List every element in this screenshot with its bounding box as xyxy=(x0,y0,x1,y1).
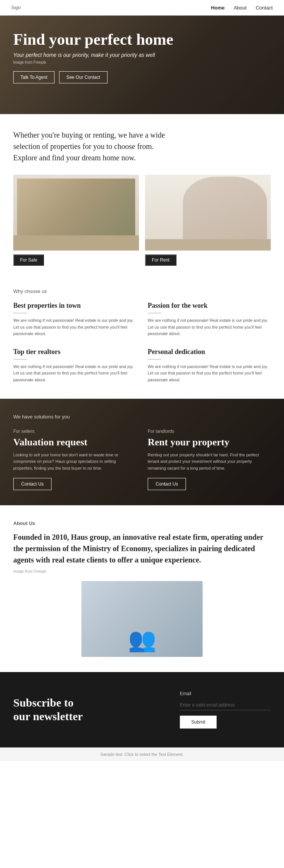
logo: logo xyxy=(11,5,21,11)
hero-title: Find your perfect home xyxy=(13,31,271,48)
property-card-sale: For Sale xyxy=(13,175,139,266)
solution-landlords: For landlords Rent your property Renting… xyxy=(148,429,271,490)
solution-title-0: Valuation request xyxy=(13,436,136,448)
email-label: Email xyxy=(180,691,271,696)
newsletter-form: Email Submit xyxy=(180,691,271,729)
nav-about[interactable]: About xyxy=(234,5,247,11)
why-divider-1 xyxy=(148,313,161,313)
why-grid: Best properties in town We are nothing i… xyxy=(13,302,271,384)
email-input[interactable] xyxy=(180,700,271,710)
see-our-contact-button[interactable]: See Our Contact xyxy=(59,71,107,83)
hero-content: Find your perfect home Your perfect home… xyxy=(0,16,284,91)
solutions-label: We have solutions for you xyxy=(13,414,271,420)
why-title-2: Top tier realtors xyxy=(13,348,136,356)
footer-note: Sample text. Click to select the Text El… xyxy=(0,747,284,761)
about-section: About Us Founded in 2010, Haus group, an… xyxy=(0,505,284,672)
why-title-3: Personal dedication xyxy=(148,348,271,356)
why-divider-3 xyxy=(148,359,161,360)
why-item-3: Personal dedication We are nothing if no… xyxy=(148,348,271,384)
solution-desc-0: Looking to sell your home but don't want… xyxy=(13,452,136,472)
hero-buttons: Talk To Agent See Our Contact xyxy=(13,71,271,83)
solutions-content: We have solutions for you For sellers Va… xyxy=(13,414,271,490)
why-divider-0 xyxy=(13,313,27,313)
for-sale-button[interactable]: For Sale xyxy=(13,254,44,266)
property-image-sale xyxy=(13,175,139,251)
why-item-1: Passion for the work We are nothing if n… xyxy=(148,302,271,337)
team-photo xyxy=(81,581,203,657)
nav-contact[interactable]: Contact xyxy=(256,5,273,11)
solution-title-1: Rent your property xyxy=(148,436,271,448)
about-image-container xyxy=(13,581,271,657)
property-grid: For Sale For Rent xyxy=(0,175,284,273)
solution-desc-1: Renting out your property shouldn't be h… xyxy=(148,452,271,472)
solution-category-0: For sellers xyxy=(13,429,136,434)
submit-button[interactable]: Submit xyxy=(180,716,217,729)
navbar: logo Home About Contact xyxy=(0,0,284,16)
nav-links: Home About Contact xyxy=(211,5,273,11)
footer-note-text: Sample text. Click to select the Text El… xyxy=(100,752,184,757)
why-title-0: Best properties in town xyxy=(13,302,136,310)
solutions-section: We have solutions for you For sellers Va… xyxy=(0,399,284,505)
hero-subtitle: Your perfect home is our priority, make … xyxy=(13,52,271,58)
solutions-grid: For sellers Valuation request Looking to… xyxy=(13,429,271,490)
newsletter-title: Subscribe to our newsletter xyxy=(13,696,89,723)
contact-us-button-sellers[interactable]: Contact Us xyxy=(13,478,51,490)
about-text: Founded in 2010, Haus group, an innovati… xyxy=(13,531,271,566)
property-card-rent: For Rent xyxy=(145,175,271,266)
why-desc-3: We are nothing if not passionate! Real e… xyxy=(148,363,271,384)
why-desc-1: We are nothing if not passionate! Real e… xyxy=(148,317,271,337)
why-desc-0: We are nothing if not passionate! Real e… xyxy=(13,317,136,337)
why-label: Why choose us xyxy=(13,288,271,294)
intro-section: Whether you're buying or renting, we hav… xyxy=(0,114,284,175)
why-title-1: Passion for the work xyxy=(148,302,271,310)
why-divider-2 xyxy=(13,359,27,360)
contact-us-button-landlords[interactable]: Contact Us xyxy=(148,478,186,490)
nav-home[interactable]: Home xyxy=(211,5,225,11)
why-section: Why choose us Best properties in town We… xyxy=(0,273,284,399)
intro-text: Whether you're buying or renting, we hav… xyxy=(13,129,172,163)
why-item-0: Best properties in town We are nothing i… xyxy=(13,302,136,337)
for-rent-button[interactable]: For Rent xyxy=(145,254,176,266)
hero-image-credit: Image from Freepik xyxy=(13,60,271,64)
solution-sellers: For sellers Valuation request Looking to… xyxy=(13,429,136,490)
hero-section: Find your perfect home Your perfect home… xyxy=(0,16,284,114)
about-image-credit: Image from Freepik xyxy=(13,569,271,573)
talk-to-agent-button[interactable]: Talk To Agent xyxy=(13,71,55,83)
solution-category-1: For landlords xyxy=(148,429,271,434)
why-desc-2: We are nothing if not passionate! Real e… xyxy=(13,363,136,384)
why-item-2: Top tier realtors We are nothing if not … xyxy=(13,348,136,384)
about-label: About Us xyxy=(13,520,271,526)
property-image-rent xyxy=(145,175,271,251)
newsletter-section: Subscribe to our newsletter Email Submit xyxy=(0,672,284,747)
